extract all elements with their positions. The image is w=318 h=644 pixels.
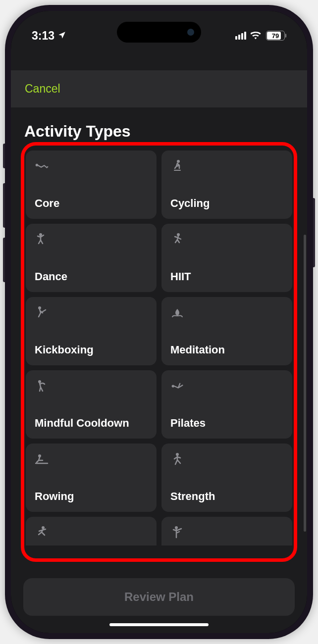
wifi-icon [251,32,262,40]
activity-label: Meditation [170,344,283,356]
activity-card-dance[interactable]: Dance [26,224,157,292]
activity-label: HIIT [170,270,283,283]
app-content: Cancel Activity Types Core [11,11,307,633]
footer-area: Review Plan [23,578,295,616]
review-plan-button[interactable]: Review Plan [23,578,295,616]
screen: 3:13 79 [11,11,307,633]
activity-label: Cycling [170,197,283,210]
nav-header: Cancel [11,70,307,107]
cellular-signal-icon [235,32,246,40]
hiit-icon [170,233,283,248]
mute-switch [3,144,5,168]
rowing-icon [35,452,148,467]
battery-percent: 79 [272,32,279,40]
activity-card-rowing[interactable]: Rowing [26,444,157,512]
main-area: Activity Types Core Cycling [11,107,307,633]
activity-card-running[interactable] [26,517,157,545]
clock-time: 3:13 [32,29,54,43]
battery-indicator: 79 [266,31,286,41]
activity-card-pilates[interactable]: Pilates [161,370,292,439]
activity-grid: Core Cycling Dance [23,150,295,545]
cycling-icon [170,159,283,174]
activity-card-mindful-cooldown[interactable]: Mindful Cooldown [26,370,157,439]
kickboxing-icon [35,306,148,321]
activity-card-kickboxing[interactable]: Kickboxing [26,297,157,365]
home-indicator[interactable] [109,623,209,626]
location-arrow-icon [57,29,66,43]
activity-card-strength[interactable]: Strength [161,444,292,512]
yoga-icon [170,526,283,541]
activity-card-core[interactable]: Core [26,150,157,219]
activity-label: Dance [35,270,148,283]
svg-point-0 [36,164,38,166]
scrollbar[interactable] [304,235,306,532]
iphone-device-frame: 3:13 79 [5,5,313,639]
activity-card-yoga[interactable] [161,517,292,545]
activity-card-cycling[interactable]: Cycling [161,150,292,219]
activity-label: Strength [170,490,283,503]
dance-icon [35,233,148,248]
volume-down-button [3,238,5,282]
svg-point-1 [177,160,180,163]
status-right: 79 [235,31,286,41]
activity-card-meditation[interactable]: Meditation [161,297,292,365]
dynamic-island [117,22,201,43]
front-camera-icon [187,29,194,36]
activity-label: Rowing [35,490,148,503]
activity-label: Mindful Cooldown [35,417,148,430]
core-icon [35,159,148,174]
status-left: 3:13 [32,29,66,43]
pilates-icon [170,379,283,394]
cancel-button[interactable]: Cancel [25,82,60,96]
meditation-icon [170,306,283,321]
activity-label: Pilates [170,417,283,430]
activity-label: Core [35,197,148,210]
running-icon [35,526,148,541]
volume-up-button [3,183,5,228]
page-title: Activity Types [24,122,295,141]
mindful-cooldown-icon [35,379,148,394]
strength-icon [170,452,283,467]
activity-card-hiit[interactable]: HIIT [161,224,292,292]
activity-label: Kickboxing [35,344,148,356]
power-button [313,198,315,267]
